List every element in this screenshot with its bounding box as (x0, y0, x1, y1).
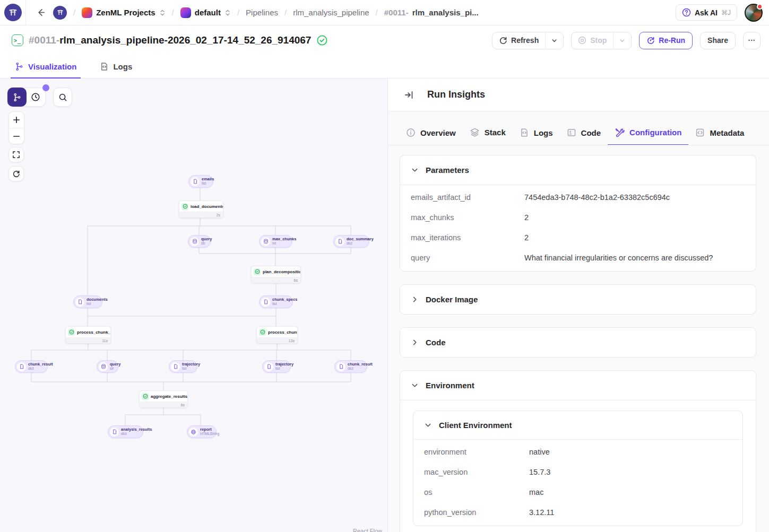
more-actions-button[interactable]: ··· (743, 32, 761, 49)
refresh-dropdown-button[interactable] (545, 32, 563, 49)
config-value: 7454eda3-b748-48c2-b1a2-63382c5c694c (524, 193, 670, 202)
artifact-node-trajectory[interactable]: trajectorylist (169, 360, 197, 373)
tab-logs[interactable]: Logs (96, 62, 136, 79)
database-icon (263, 239, 269, 244)
artifact-node-doc_summary[interactable]: doc_summarydict (333, 235, 369, 248)
artifact-node-chunk_result[interactable]: chunk_resultdict (334, 360, 367, 373)
search-nodes-button[interactable] (53, 88, 72, 107)
insights-tab-stack[interactable]: Stack (463, 121, 513, 145)
collapse-panel-button[interactable] (402, 88, 417, 102)
section-toggle[interactable]: Parameters (400, 155, 756, 185)
artifact-type: dict (28, 367, 44, 371)
section-toggle[interactable]: Docker Image (400, 285, 756, 314)
breadcrumb-run[interactable]: #0011-rlm_analysis_pi... (384, 8, 479, 17)
project-icon (82, 7, 92, 18)
document-icon (339, 364, 344, 369)
artifact-node-trajectory[interactable]: trajectorylist (262, 360, 291, 373)
artifact-node-emails[interactable]: emailslist (188, 175, 213, 188)
step-node-load_documents[interactable]: load_documents2s (179, 200, 223, 218)
step-duration: 13s (289, 339, 295, 343)
refresh-split-button: Refresh (492, 32, 564, 49)
workspace-icon (180, 7, 191, 18)
zoom-in-button[interactable] (9, 112, 24, 128)
breadcrumb-separator: / (171, 8, 175, 17)
ask-ai-button[interactable]: Ask AI ⌘J (676, 4, 737, 21)
pipeline-dag-canvas[interactable]: emailslistquerystrmax_chunksintdoc_summa… (0, 79, 388, 532)
step-node-process_chunk_2[interactable]: process_chunk_211s (65, 326, 111, 344)
share-button[interactable]: Share (700, 32, 736, 49)
config-key: max_chunks (411, 213, 524, 222)
section-toggle[interactable]: Code (400, 328, 756, 357)
rerun-label: Re-Run (659, 36, 685, 45)
config-row: max_iterations2 (400, 228, 756, 248)
react-flow-attribution[interactable]: React Flow (353, 528, 382, 532)
artifact-type: int (272, 241, 289, 246)
run-insights-panel: Run Insights OverviewStackLogsCodeConfig… (388, 79, 769, 532)
dag-view-button[interactable] (7, 88, 27, 107)
stop-dropdown-button[interactable] (613, 32, 631, 49)
breadcrumb-pipelines[interactable]: Pipelines (246, 8, 278, 17)
section-title: Environment (426, 381, 474, 390)
step-node-aggregate_results[interactable]: aggregate_results6s (139, 390, 188, 408)
insights-tab-configuration[interactable]: Configuration (608, 121, 688, 145)
artifact-node-query[interactable]: querystr (97, 360, 118, 373)
breadcrumb-separator: / (375, 8, 379, 17)
artifact-name: max_chunks (272, 237, 289, 241)
document-icon (110, 428, 119, 437)
stop-button[interactable]: Stop (572, 32, 613, 49)
zoom-out-button[interactable] (9, 128, 24, 144)
insights-tab-label: Configuration (629, 128, 681, 137)
section-title: Parameters (426, 165, 469, 175)
artifact-name: trajectory (182, 362, 194, 367)
breadcrumb-workspace[interactable]: default (180, 7, 231, 18)
breadcrumb-pipeline[interactable]: rlm_analysis_pipeline (293, 8, 369, 17)
insights-tab-code[interactable]: Code (560, 121, 608, 145)
config-value: 15.7.3 (529, 468, 550, 476)
artifact-node-chunk_specs[interactable]: chunk_specslist (259, 295, 293, 308)
section-toggle[interactable]: Client Environment (413, 411, 742, 439)
config-value: mac (529, 488, 543, 496)
panel-title: Run Insights (427, 89, 485, 100)
section-toggle[interactable]: Environment (400, 371, 756, 400)
database-icon (99, 362, 108, 371)
timeline-view-button[interactable] (26, 88, 45, 107)
artifact-node-max_chunks[interactable]: max_chunksint (259, 235, 292, 248)
document-icon (338, 239, 343, 244)
breadcrumb-project[interactable]: ZenML Projects (82, 7, 165, 18)
breadcrumb-separator: / (72, 8, 76, 17)
artifact-node-chunk_result[interactable]: chunk_resultdict (15, 360, 48, 373)
zenml-logo[interactable] (0, 0, 26, 25)
artifact-name: documents (87, 298, 99, 302)
tab-visualization[interactable]: Visualization (11, 62, 81, 79)
user-avatar[interactable] (745, 4, 763, 22)
artifact-node-analysis_results[interactable]: analysis_resultsdict (108, 425, 143, 438)
breadcrumb-project-label: ZenML Projects (96, 8, 155, 17)
step-node-plan_decomposition[interactable]: plan_decomposition6s (251, 266, 301, 283)
tenant-logo[interactable] (53, 6, 67, 20)
document-icon (266, 364, 272, 369)
section-docker-image: Docker Image (400, 284, 756, 315)
artifact-type: list (275, 367, 287, 371)
insights-tab-overview[interactable]: Overview (399, 121, 463, 145)
config-key: query (411, 254, 524, 262)
artifact-name: query (201, 237, 207, 241)
globe-icon (191, 429, 196, 435)
artifact-type: dict (121, 432, 140, 436)
back-button[interactable] (33, 5, 48, 20)
rerun-button[interactable]: Re-Run (639, 32, 693, 49)
artifact-node-query[interactable]: querystr (188, 235, 211, 248)
step-name: process_chunk (268, 330, 298, 335)
artifact-type: list (182, 367, 194, 371)
artifact-type: HTMLString (200, 432, 213, 436)
insights-tab-metadata[interactable]: Metadata (688, 121, 751, 145)
fit-view-button[interactable] (8, 147, 24, 162)
insights-tab-logs[interactable]: Logs (513, 121, 560, 145)
step-node-process_chunk[interactable]: process_chunk13s (256, 326, 298, 344)
artifact-node-report[interactable]: reportHTMLString (187, 425, 217, 438)
breadcrumb-pipeline-label: rlm_analysis_pipeline (293, 8, 369, 17)
artifact-node-documents[interactable]: documentslist (73, 295, 102, 308)
refresh-button[interactable]: Refresh (492, 32, 545, 49)
reset-layout-button[interactable] (8, 166, 24, 181)
panel-header: Run Insights (388, 79, 769, 111)
insights-tab-label: Stack (485, 128, 506, 137)
